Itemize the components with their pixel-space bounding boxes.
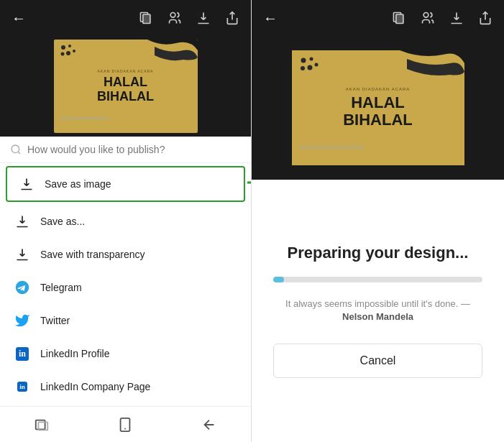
left-bottom-nav (0, 406, 251, 442)
svg-rect-1 (143, 14, 150, 24)
save-transparency-icon (14, 247, 30, 262)
quote-text: It always seems impossible until it's do… (285, 297, 470, 311)
right-deco-squiggle (385, 50, 464, 97)
right-brush-stroke (299, 145, 364, 149)
svg-point-2 (170, 13, 175, 18)
download-icon-top[interactable] (196, 11, 211, 25)
linkedin-profile-icon: in (14, 346, 30, 362)
thumbnail-card: AKAN DIADAKAN ACARA HALALBIHALAL (54, 40, 198, 133)
telegram-label: Telegram (40, 282, 82, 293)
right-dots-decoration (299, 56, 321, 85)
svg-point-8 (12, 145, 19, 153)
share-icon-top[interactable] (225, 11, 239, 25)
save-as-icon (14, 213, 30, 229)
preparing-title: Preparing your design... (288, 244, 469, 262)
download-icon-right[interactable] (449, 11, 464, 25)
green-arrow-indicator (247, 175, 251, 193)
linkedin-company-label: LinkedIn Company Page (40, 381, 150, 392)
twitter-icon (14, 313, 30, 328)
svg-point-4 (68, 45, 71, 47)
right-design-thumbnail: AKAN DIADAKAN ACARA HALALBIHALAL (252, 36, 504, 180)
search-bar (0, 137, 251, 163)
telegram-icon (14, 280, 30, 295)
svg-point-6 (66, 51, 70, 55)
right-panel: ← (252, 0, 504, 442)
back-icon-right[interactable]: ← (263, 10, 278, 27)
progress-bar (273, 277, 482, 282)
quote-author: Nelson Mandela (285, 311, 470, 322)
twitter-label: Twitter (40, 315, 70, 326)
people-icon[interactable] (168, 11, 182, 25)
save-as-image-icon (19, 176, 35, 192)
toolbar-icons-left (139, 11, 239, 25)
linkedin-company-icon: in (14, 379, 30, 395)
menu-item-twitter[interactable]: Twitter (3, 304, 248, 337)
svg-point-17 (423, 13, 429, 18)
left-top-bar: ← (0, 0, 251, 36)
save-transparency-label: Save with transparency (40, 249, 145, 260)
svg-point-3 (61, 45, 65, 50)
people-icon-right[interactable] (421, 11, 435, 25)
menu-item-save-transparency[interactable]: Save with transparency (3, 238, 248, 271)
bottom-nav-back-icon[interactable] (201, 417, 217, 433)
bottom-nav-layers-icon[interactable] (34, 417, 50, 433)
linkedin-profile-label: LinkedIn Profile (40, 348, 110, 359)
progress-bar-fill (273, 277, 284, 282)
svg-point-5 (60, 52, 64, 56)
svg-point-19 (309, 57, 313, 61)
search-input[interactable] (27, 144, 241, 155)
brush-stroke (60, 116, 110, 120)
svg-rect-16 (396, 14, 403, 24)
back-icon-left[interactable]: ← (12, 10, 26, 27)
menu-list: Save as image Save as... (0, 163, 251, 406)
menu-item-save-as[interactable]: Save as... (3, 205, 248, 238)
thumbnail-title: HALALBIHALAL (97, 75, 154, 104)
quote-section: It always seems impossible until it's do… (285, 297, 470, 322)
menu-item-save-as-image[interactable]: Save as image (6, 166, 245, 202)
right-thumbnail-title: HALALBIHALAL (343, 94, 413, 129)
svg-point-18 (301, 58, 306, 63)
menu-item-linkedin-profile[interactable]: in LinkedIn Profile (3, 337, 248, 370)
menu-item-linkedin-company[interactable]: in LinkedIn Company Page (3, 370, 248, 403)
svg-rect-13 (121, 418, 130, 431)
left-design-thumbnail: AKAN DIADAKAN ACARA HALALBIHALAL (0, 36, 251, 137)
svg-point-22 (314, 63, 318, 67)
pages-icon-right[interactable] (392, 11, 406, 25)
preparing-section: Preparing your design... It always seems… (252, 180, 504, 442)
dots-decoration (60, 44, 78, 68)
right-top-bar: ← (252, 0, 504, 36)
cancel-button[interactable]: Cancel (273, 344, 482, 378)
pages-icon[interactable] (139, 11, 153, 25)
svg-point-21 (307, 65, 312, 70)
save-as-image-label: Save as image (45, 178, 111, 190)
svg-point-20 (301, 66, 305, 70)
right-thumbnail-card: AKAN DIADAKAN ACARA HALALBIHALAL (292, 50, 464, 165)
save-as-label: Save as... (40, 216, 85, 227)
svg-point-7 (73, 50, 75, 52)
toolbar-icons-right (392, 11, 492, 25)
left-panel: ← (0, 0, 252, 442)
bottom-nav-phone-icon[interactable] (117, 417, 133, 433)
share-icon-right[interactable] (478, 11, 492, 25)
menu-item-telegram[interactable]: Telegram (3, 271, 248, 304)
deco-squiggle (133, 40, 198, 79)
search-icon (10, 144, 22, 155)
